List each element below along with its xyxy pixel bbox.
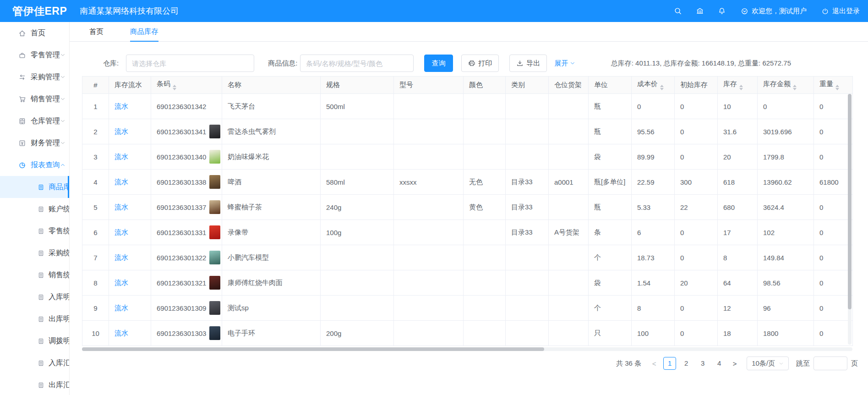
- sidebar-item-7[interactable]: 商品库存: [0, 176, 69, 198]
- page-size-select[interactable]: 10条/页: [747, 357, 789, 370]
- cell-cost: 1.54: [632, 270, 675, 296]
- cell-unit: 袋: [589, 144, 632, 170]
- cell-init: 22: [675, 195, 718, 220]
- sidebar-item-6[interactable]: 报表查询: [0, 154, 69, 176]
- table-row: 10流水6901236301303电子手环200g只10001818000: [82, 321, 853, 346]
- tab-1[interactable]: 商品库存: [130, 22, 158, 41]
- flow-link[interactable]: 流水: [115, 304, 128, 312]
- cell-model: [394, 321, 464, 346]
- search-icon[interactable]: [674, 7, 682, 15]
- vertical-scrollbar-thumb[interactable]: [848, 94, 852, 309]
- warehouse-input[interactable]: [126, 55, 254, 72]
- flow-link[interactable]: 流水: [115, 253, 128, 261]
- doc-icon: [38, 272, 44, 279]
- column-header-13[interactable]: 库存金额: [758, 77, 814, 94]
- sort-caret-icon[interactable]: [793, 85, 797, 90]
- cell-name: 小鹏汽车模型: [222, 245, 321, 270]
- sidebar-item-15[interactable]: 入库汇总: [0, 352, 69, 374]
- cell-name: 啤酒: [222, 170, 321, 195]
- page-button-2[interactable]: 2: [680, 357, 693, 370]
- sidebar-item-label: 首页: [31, 28, 45, 38]
- welcome-user-menu[interactable]: 欢迎您，测试用户: [741, 7, 807, 16]
- column-header-14[interactable]: 重量: [814, 77, 853, 94]
- purchase-icon: [18, 73, 26, 81]
- jump-to-page-input[interactable]: [813, 357, 847, 370]
- flow-link[interactable]: 流水: [115, 102, 128, 110]
- cell-category: [506, 119, 549, 144]
- page-button-4[interactable]: 4: [713, 357, 726, 370]
- cell-init: 0: [675, 245, 718, 270]
- page-button-1[interactable]: 1: [663, 357, 676, 370]
- sidebar-item-14[interactable]: 调拨明细: [0, 330, 69, 352]
- cell-spec: [321, 119, 394, 144]
- sidebar-item-10[interactable]: 采购统计: [0, 242, 69, 264]
- sidebar-item-13[interactable]: 出库明细: [0, 308, 69, 330]
- cell-stock: 618: [718, 170, 758, 195]
- product-thumbnail[interactable]: [209, 326, 220, 340]
- bell-icon[interactable]: [718, 7, 726, 15]
- bank-icon[interactable]: [696, 7, 704, 15]
- column-header-7: 类别: [506, 77, 549, 94]
- product-thumbnail[interactable]: [209, 276, 220, 290]
- cell-init: 300: [675, 170, 718, 195]
- flow-link[interactable]: 流水: [115, 203, 128, 211]
- column-header-10[interactable]: 成本价: [632, 77, 675, 94]
- inventory-table-wrap: #库存流水条码名称规格型号颜色类别仓位货架单位成本价初始库存库存库存金额重量 1…: [82, 76, 852, 346]
- cell-flow: 流水: [109, 245, 151, 270]
- sidebar-item-label: 零售统计: [49, 226, 70, 236]
- horizontal-scrollbar[interactable]: [82, 347, 852, 351]
- flow-link[interactable]: 流水: [115, 329, 128, 337]
- product-thumbnail[interactable]: [209, 150, 220, 164]
- print-button[interactable]: 打印: [461, 55, 499, 72]
- export-button[interactable]: 导出: [509, 55, 547, 72]
- logout-button[interactable]: 退出登录: [821, 7, 860, 16]
- cell-color: [464, 144, 506, 170]
- prev-page-button[interactable]: <: [649, 360, 660, 368]
- cell-flow: 流水: [109, 296, 151, 321]
- sort-caret-icon[interactable]: [660, 85, 664, 90]
- product-thumbnail[interactable]: [209, 251, 220, 264]
- product-thumbnail[interactable]: [209, 175, 220, 189]
- sidebar-item-11[interactable]: 销售统计: [0, 264, 69, 286]
- sidebar-item-3[interactable]: 销售管理: [0, 88, 69, 110]
- sort-caret-icon[interactable]: [173, 85, 176, 90]
- cell-index: 3: [82, 144, 109, 170]
- flow-link[interactable]: 流水: [115, 279, 128, 286]
- flow-link[interactable]: 流水: [115, 127, 128, 135]
- product-thumbnail[interactable]: [209, 301, 220, 315]
- column-header-2[interactable]: 条码: [151, 77, 222, 94]
- sidebar-item-8[interactable]: 账户统计: [0, 198, 69, 220]
- tab-0[interactable]: 首页: [89, 22, 104, 41]
- next-page-button[interactable]: >: [729, 360, 740, 368]
- sidebar-item-label: 调拨明细: [49, 336, 70, 346]
- doc-icon: [38, 250, 44, 257]
- expand-link[interactable]: 展开: [554, 59, 575, 68]
- vertical-scrollbar[interactable]: [848, 94, 852, 345]
- page-button-3[interactable]: 3: [696, 357, 709, 370]
- sidebar-item-5[interactable]: 财务管理: [0, 132, 69, 154]
- product-thumbnail[interactable]: [209, 200, 220, 214]
- product-thumbnail[interactable]: [209, 225, 220, 239]
- column-header-12[interactable]: 库存: [718, 77, 758, 94]
- chevron-up-icon: [60, 162, 66, 168]
- sidebar-item-16[interactable]: 出库汇总: [0, 374, 69, 395]
- sidebar-item-9[interactable]: 零售统计: [0, 220, 69, 242]
- horizontal-scrollbar-thumb[interactable]: [82, 347, 544, 351]
- table-row: 5流水6901236301337蜂蜜柚子茶240g黄色目录33瓶5.332268…: [82, 195, 853, 220]
- sidebar-item-2[interactable]: 采购管理: [0, 66, 69, 88]
- product-info-input[interactable]: [300, 55, 414, 72]
- sort-caret-icon[interactable]: [739, 85, 743, 90]
- sidebar-item-0[interactable]: 首页: [0, 22, 69, 44]
- sidebar-item-4[interactable]: 仓库管理: [0, 110, 69, 132]
- sort-caret-icon[interactable]: [835, 85, 839, 90]
- cell-color: [464, 119, 506, 144]
- flow-link[interactable]: 流水: [115, 153, 128, 160]
- sidebar-item-1[interactable]: 零售管理: [0, 44, 69, 66]
- cell-name: 电子手环: [222, 321, 321, 346]
- sidebar-item-12[interactable]: 入库明细: [0, 286, 69, 308]
- cell-amount: 1799.8: [758, 144, 814, 170]
- flow-link[interactable]: 流水: [115, 228, 128, 236]
- query-button[interactable]: 查询: [424, 55, 453, 72]
- flow-link[interactable]: 流水: [115, 178, 128, 186]
- product-thumbnail[interactable]: [209, 125, 220, 138]
